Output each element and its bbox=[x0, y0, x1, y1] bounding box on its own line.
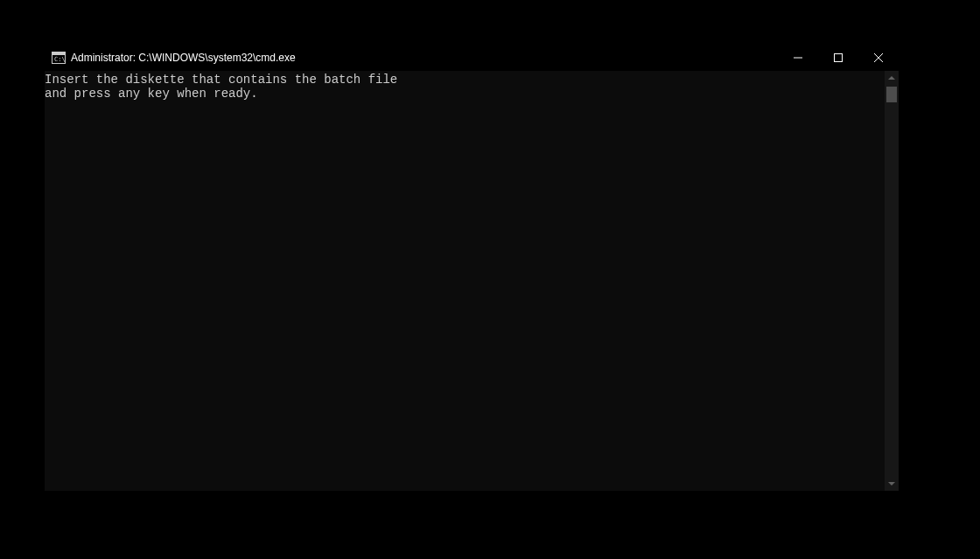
svg-rect-4 bbox=[835, 54, 843, 62]
scroll-track[interactable] bbox=[885, 85, 899, 477]
titlebar[interactable]: C:\ Administrator: C:\WINDOWS\system32\c… bbox=[45, 45, 899, 71]
cmd-window: C:\ Administrator: C:\WINDOWS\system32\c… bbox=[45, 45, 899, 491]
scroll-down-arrow-icon[interactable] bbox=[885, 477, 899, 491]
svg-rect-1 bbox=[52, 52, 65, 55]
minimize-button[interactable] bbox=[778, 45, 818, 71]
scroll-up-arrow-icon[interactable] bbox=[885, 71, 899, 85]
vertical-scrollbar[interactable] bbox=[885, 71, 899, 491]
svg-marker-8 bbox=[888, 482, 895, 486]
window-title: Administrator: C:\WINDOWS\system32\cmd.e… bbox=[71, 52, 778, 64]
client-area: Insert the diskette that contains the ba… bbox=[45, 71, 899, 491]
window-controls bbox=[778, 45, 899, 71]
cmd-icon: C:\ bbox=[52, 51, 66, 65]
close-button[interactable] bbox=[858, 45, 899, 71]
svg-text:C:\: C:\ bbox=[54, 56, 66, 63]
scroll-thumb[interactable] bbox=[886, 87, 897, 102]
maximize-button[interactable] bbox=[818, 45, 858, 71]
svg-marker-7 bbox=[888, 76, 895, 80]
console-output[interactable]: Insert the diskette that contains the ba… bbox=[45, 71, 885, 491]
